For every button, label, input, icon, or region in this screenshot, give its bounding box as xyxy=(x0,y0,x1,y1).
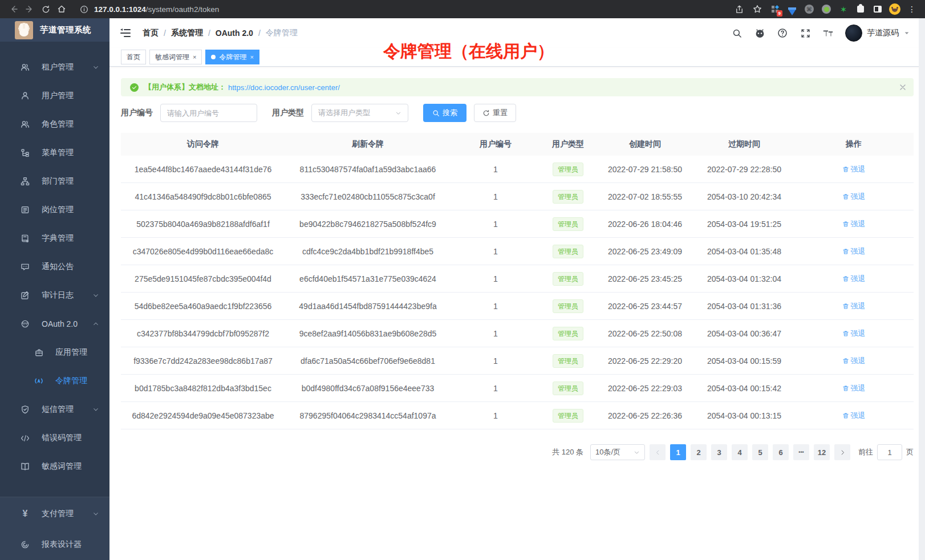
sidebar-item-5[interactable]: 岗位管理 xyxy=(0,196,109,224)
force-logout-link[interactable]: 强退 xyxy=(842,164,866,175)
page-button-12[interactable]: 12 xyxy=(814,444,830,460)
share-icon[interactable] xyxy=(731,2,747,16)
scrollbar-track[interactable] xyxy=(919,18,925,560)
browser-reload-icon[interactable] xyxy=(38,2,54,16)
sidebar-item-6[interactable]: 字典管理 xyxy=(0,224,109,253)
force-logout-link[interactable]: 强退 xyxy=(842,219,866,229)
tab-1[interactable]: 敏感词管理× xyxy=(149,50,202,64)
sidebar-item-1[interactable]: 用户管理 xyxy=(0,82,109,110)
fullscreen-icon[interactable] xyxy=(800,27,811,39)
force-logout-link[interactable]: 强退 xyxy=(842,246,866,257)
tab-2[interactable]: 令牌管理× xyxy=(205,50,259,64)
sidebar-item-13[interactable]: 错误码管理 xyxy=(0,424,109,452)
extension-command-icon[interactable]: ⌘ xyxy=(802,2,817,16)
search-icon[interactable] xyxy=(731,27,743,39)
sidebar-item-14[interactable]: 敏感词管理 xyxy=(0,452,109,481)
force-logout-link[interactable]: 强退 xyxy=(842,301,866,311)
sidebar-item-10[interactable]: 应用管理 xyxy=(0,338,109,367)
extension-blocks-icon[interactable]: 9 xyxy=(768,2,782,16)
doc-link[interactable]: https://doc.iocoder.cn/user-center/ xyxy=(228,83,340,92)
oauth-icon xyxy=(21,319,30,328)
table-row-0: 1ea5e44f8bc1467aaede43144f31de76811c5304… xyxy=(121,156,914,183)
chevron-down-icon xyxy=(92,292,99,299)
page-button-1[interactable]: 1 xyxy=(670,444,686,460)
access-token-cell: c342377bf8b344799dcbf7bf095287f2 xyxy=(121,329,285,338)
browser-home-icon[interactable] xyxy=(54,2,70,16)
expire-time-cell: 2054-03-04 00:15:59 xyxy=(695,356,794,366)
breadcrumb-item-1[interactable]: 系统管理 xyxy=(171,28,203,38)
more-pages-button[interactable]: ••• xyxy=(793,444,809,460)
address-bar[interactable]: 127.0.0.1:1024/system/oauth2/token xyxy=(80,5,731,14)
bookmark-star-icon[interactable] xyxy=(749,2,765,16)
access-token-cell: 6d842e2924594de9a09e45e087323abe xyxy=(121,411,285,420)
breadcrumb-item-0[interactable]: 首页 xyxy=(143,28,159,38)
prev-page-button[interactable] xyxy=(650,444,666,460)
page-button-6[interactable]: 6 xyxy=(773,444,789,460)
sidebar-item-3[interactable]: 菜单管理 xyxy=(0,139,109,167)
page-button-5[interactable]: 5 xyxy=(752,444,768,460)
force-logout-link[interactable]: 强退 xyxy=(842,192,866,202)
side-panel-icon[interactable] xyxy=(870,2,885,16)
created-time-cell: 2022-07-02 18:55:55 xyxy=(595,192,695,201)
sidebar-item-12[interactable]: 短信管理 xyxy=(0,395,109,424)
sidebar-item-7[interactable]: 通知公告 xyxy=(0,253,109,281)
sidebar-item-2[interactable]: 角色管理 xyxy=(0,110,109,139)
page-size-select[interactable]: 10条/页 xyxy=(590,444,645,460)
profile-avatar[interactable] xyxy=(887,2,902,16)
user-type-tag: 管理员 xyxy=(553,272,583,286)
close-icon[interactable]: × xyxy=(193,54,196,60)
page-button-3[interactable]: 3 xyxy=(711,444,727,460)
reset-button[interactable]: 重置 xyxy=(474,104,516,122)
refresh-token-cell: 8796295f04064c2983414cc54af1097a xyxy=(285,411,451,420)
next-page-button[interactable] xyxy=(834,444,850,460)
expire-time-cell: 2054-03-10 20:42:34 xyxy=(695,192,794,201)
user-menu[interactable]: 芋道源码 xyxy=(845,25,910,42)
action-cell: 强退 xyxy=(794,301,914,311)
page-button-4[interactable]: 4 xyxy=(732,444,748,460)
browser-back-icon[interactable] xyxy=(6,2,22,16)
page-button-2[interactable]: 2 xyxy=(691,444,707,460)
github-icon[interactable] xyxy=(754,27,765,39)
force-logout-link[interactable]: 强退 xyxy=(842,383,866,393)
report-designer-icon xyxy=(21,540,30,549)
sidebar-item-11[interactable]: 令牌管理 xyxy=(0,367,109,395)
close-icon[interactable]: × xyxy=(250,54,253,60)
force-logout-link[interactable]: 强退 xyxy=(842,328,866,339)
sidebar-item-16[interactable]: 报表设计器 xyxy=(0,529,109,560)
breadcrumb-item-2[interactable]: OAuth 2.0 xyxy=(216,29,253,38)
extension-record-icon[interactable] xyxy=(819,2,834,16)
chevron-down-icon xyxy=(903,30,910,36)
sidebar-item-4[interactable]: 部门管理 xyxy=(0,167,109,196)
sidebar-item-0[interactable]: 租户管理 xyxy=(0,53,109,82)
user-type-cell: 管理员 xyxy=(541,163,595,176)
force-logout-link[interactable]: 强退 xyxy=(842,356,866,366)
close-icon[interactable] xyxy=(900,84,906,90)
sidebar-item-9[interactable]: OAuth 2.0 xyxy=(0,310,109,338)
extension-gem-icon[interactable] xyxy=(785,2,800,16)
access-token-cell: 54d6be82ee5a460a9aedc1f9bf223656 xyxy=(121,302,285,311)
font-size-icon[interactable] xyxy=(822,27,834,39)
user-id-input[interactable] xyxy=(160,104,257,122)
sidebar-item-8[interactable]: 审计日志 xyxy=(0,281,109,310)
force-logout-link[interactable]: 强退 xyxy=(842,411,866,421)
dict-icon xyxy=(21,234,30,243)
column-header-0: 访问令牌 xyxy=(121,139,285,149)
table-row-5: 54d6be82ee5a460a9aedc1f9bf22365649d1aa46… xyxy=(121,293,914,320)
help-icon[interactable] xyxy=(777,27,788,39)
browser-menu-icon[interactable]: ⋮ xyxy=(904,2,919,16)
extensions-puzzle-icon[interactable] xyxy=(853,2,868,16)
goto-page-input[interactable] xyxy=(877,444,902,460)
browser-forward-icon[interactable] xyxy=(22,2,38,16)
app-logo-area[interactable]: 芋道管理系统 xyxy=(0,18,109,42)
user-type-select[interactable]: 请选择用户类型 xyxy=(311,104,408,122)
search-button[interactable]: 搜索 xyxy=(423,104,466,122)
table-row-7: f9336e7c7dd242a283ee98dc86b17a87dfa6c71a… xyxy=(121,347,914,375)
extension-badge: 9 xyxy=(777,10,782,17)
tab-0[interactable]: 首页 xyxy=(121,50,146,64)
access-token-cell: 502375b8040a469a9b82188afdf6af1f xyxy=(121,220,285,229)
department-icon xyxy=(21,177,30,186)
force-logout-link[interactable]: 强退 xyxy=(842,274,866,284)
extension-star-icon[interactable]: ✶ xyxy=(836,2,851,16)
sidebar-item-15[interactable]: ¥支付管理 xyxy=(0,498,109,529)
sidebar-collapse-icon[interactable] xyxy=(120,27,132,39)
